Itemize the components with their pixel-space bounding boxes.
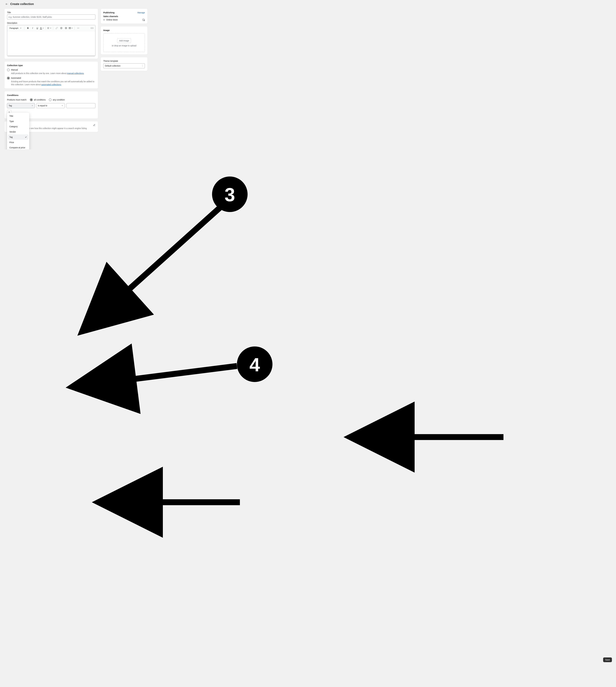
condition-field-value: Tag bbox=[9, 105, 12, 107]
page-title: Create collection bbox=[10, 2, 34, 6]
collection-type-heading: Collection type bbox=[7, 64, 95, 67]
dropdown-item-label: Type bbox=[9, 120, 14, 123]
schedule-icon[interactable] bbox=[142, 18, 145, 21]
dropdown-item[interactable]: Type bbox=[8, 119, 28, 124]
code-view-button[interactable] bbox=[90, 26, 94, 30]
theme-template-card: Theme template Default collection bbox=[101, 57, 148, 71]
manual-radio[interactable] bbox=[7, 69, 10, 71]
back-button[interactable] bbox=[5, 3, 8, 5]
title-input[interactable] bbox=[7, 15, 95, 19]
dropdown-item[interactable]: Category bbox=[8, 124, 28, 129]
more-button[interactable] bbox=[76, 26, 80, 30]
dropdown-item[interactable]: Compare-at price bbox=[8, 145, 28, 149]
theme-template-select[interactable]: Default collection bbox=[103, 63, 145, 68]
condition-value-input[interactable] bbox=[66, 103, 95, 108]
manual-radio-label: Manual bbox=[11, 69, 18, 71]
svg-point-15 bbox=[79, 28, 79, 28]
sales-channels-label: Sales channels bbox=[103, 15, 145, 18]
image-heading: Image bbox=[103, 29, 145, 31]
svg-marker-8 bbox=[66, 28, 66, 28]
dropdown-item[interactable]: Vendor bbox=[8, 129, 28, 134]
description-label: Description bbox=[7, 22, 95, 24]
image-drop-hint: or drop an image to upload bbox=[105, 44, 143, 47]
editor-toolbar: Paragraph B I U A bbox=[7, 25, 95, 31]
publishing-card: Publishing Manage Sales channels Online … bbox=[101, 9, 148, 24]
svg-point-13 bbox=[77, 28, 78, 28]
condition-field-select[interactable]: Tag bbox=[7, 103, 35, 108]
italic-button[interactable]: I bbox=[30, 26, 35, 30]
dropdown-item-label: Tag bbox=[9, 136, 13, 138]
match-label: Products must match: bbox=[7, 98, 27, 101]
channel-status-dot bbox=[103, 19, 105, 21]
video-button[interactable] bbox=[64, 26, 68, 30]
all-conditions-radio[interactable] bbox=[30, 98, 32, 101]
align-button[interactable] bbox=[47, 26, 51, 30]
manage-link[interactable]: Manage bbox=[137, 12, 145, 14]
publishing-heading: Publishing bbox=[103, 11, 114, 14]
description-editor: Paragraph B I U A bbox=[7, 25, 95, 56]
dropdown-item-label: Category bbox=[9, 125, 18, 128]
link-button[interactable] bbox=[54, 26, 59, 30]
condition-field-dropdown: TitleTypeCategoryVendorTagPriceCompare-a… bbox=[7, 112, 29, 149]
select-chevrons-icon bbox=[142, 65, 143, 67]
automated-radio-label: Automated bbox=[11, 77, 21, 79]
text-color-button[interactable]: A bbox=[40, 26, 44, 30]
title-description-card: Title Description Paragraph B I U bbox=[4, 9, 98, 59]
condition-operator-select[interactable]: is equal to bbox=[36, 103, 65, 108]
automated-radio[interactable] bbox=[7, 77, 10, 80]
bold-button[interactable]: B bbox=[26, 26, 30, 30]
image-card: Image Add image or drop an image to uplo… bbox=[101, 26, 148, 54]
svg-point-14 bbox=[78, 28, 78, 28]
check-icon bbox=[25, 136, 27, 138]
svg-rect-9 bbox=[69, 27, 71, 29]
any-condition-label: any condition bbox=[53, 98, 65, 101]
paragraph-select[interactable]: Paragraph bbox=[8, 26, 23, 30]
any-condition-radio[interactable] bbox=[49, 98, 51, 101]
conditions-card: Conditions Products must match: all cond… bbox=[4, 91, 98, 119]
automated-collections-link[interactable]: automated collections bbox=[41, 83, 61, 86]
dropdown-item[interactable]: Tag bbox=[8, 134, 28, 140]
theme-template-heading: Theme template bbox=[103, 60, 145, 62]
manual-collections-link[interactable]: manual collections bbox=[67, 72, 84, 74]
image-button[interactable] bbox=[59, 26, 63, 30]
dropdown-item-label: Title bbox=[9, 115, 13, 117]
manual-help: Add products to this collection one by o… bbox=[11, 72, 95, 75]
dropdown-item-label: Vendor bbox=[9, 131, 16, 133]
table-button[interactable] bbox=[69, 26, 73, 30]
condition-operator-value: is equal to bbox=[38, 105, 47, 107]
dropdown-item[interactable]: Price bbox=[8, 140, 28, 145]
theme-template-value: Default collection bbox=[105, 65, 120, 67]
svg-point-5 bbox=[61, 28, 61, 28]
paragraph-select-label: Paragraph bbox=[9, 27, 18, 29]
description-textarea[interactable] bbox=[7, 31, 95, 56]
title-label: Title bbox=[7, 11, 95, 14]
conditions-heading: Conditions bbox=[7, 94, 95, 96]
all-conditions-label: all conditions bbox=[34, 98, 46, 101]
dropdown-item[interactable]: Title bbox=[8, 113, 28, 119]
channel-name: Online Store bbox=[106, 19, 118, 21]
automated-help: Existing and future products that match … bbox=[11, 80, 95, 86]
add-image-button[interactable]: Add image bbox=[117, 38, 131, 43]
dropdown-item-label: Price bbox=[9, 141, 14, 143]
underline-button[interactable]: U bbox=[35, 26, 39, 30]
collection-type-card: Collection type Manual Add products to t… bbox=[4, 62, 98, 89]
dropdown-item-label: Compare-at price bbox=[9, 147, 25, 149]
image-dropzone[interactable]: Add image or drop an image to upload bbox=[103, 33, 145, 52]
edit-seo-button[interactable] bbox=[93, 124, 95, 126]
svg-point-4 bbox=[61, 27, 62, 29]
